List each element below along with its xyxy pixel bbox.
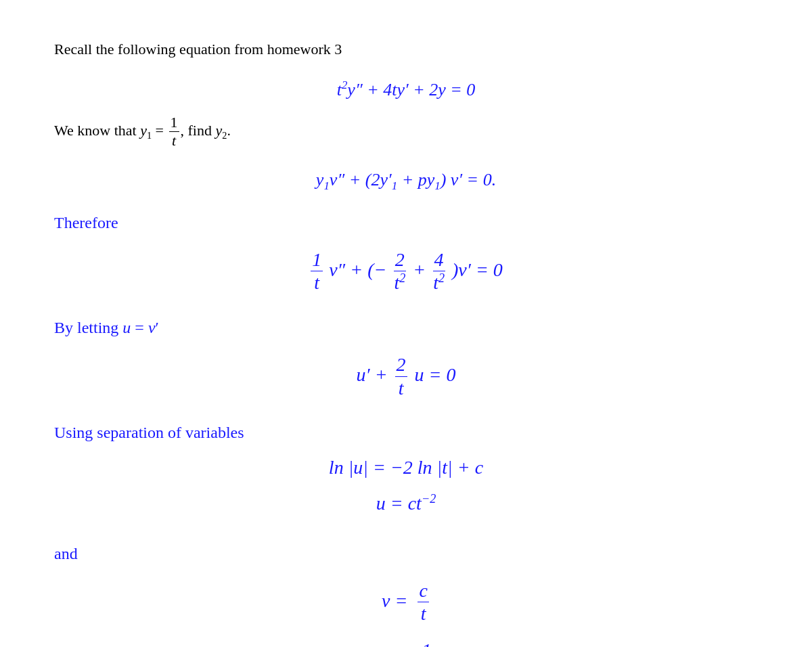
and-label: and <box>54 545 78 563</box>
intro-text: We know that y1 = 1 t , find y2. <box>54 114 758 150</box>
eq-ln: ln |u| = −2 ln |t| + c <box>54 457 758 478</box>
eq-y1v: y1v″ + (2y′1 + py1) v′ = 0. <box>54 170 758 193</box>
eq-v: v = c t <box>54 579 758 625</box>
eq-u-ct: u = ct−2 <box>54 492 758 514</box>
using-sep-label: Using separation of variables <box>54 424 244 442</box>
page-title: Recall the following equation from homew… <box>54 41 758 58</box>
by-letting-label: By letting u = v′ <box>54 319 159 337</box>
therefore-label: Therefore <box>54 214 118 232</box>
eq-therefore: 1 t v″ + (− 2 t2 + 4 t2 )v′ = 0 <box>54 248 758 295</box>
eq-u-prime: u′ + 2 t u = 0 <box>54 353 758 399</box>
eq-y2: y2 = 1 t2 <box>54 639 758 647</box>
main-equation: t2y″ + 4ty′ + 2y = 0 <box>54 79 758 100</box>
